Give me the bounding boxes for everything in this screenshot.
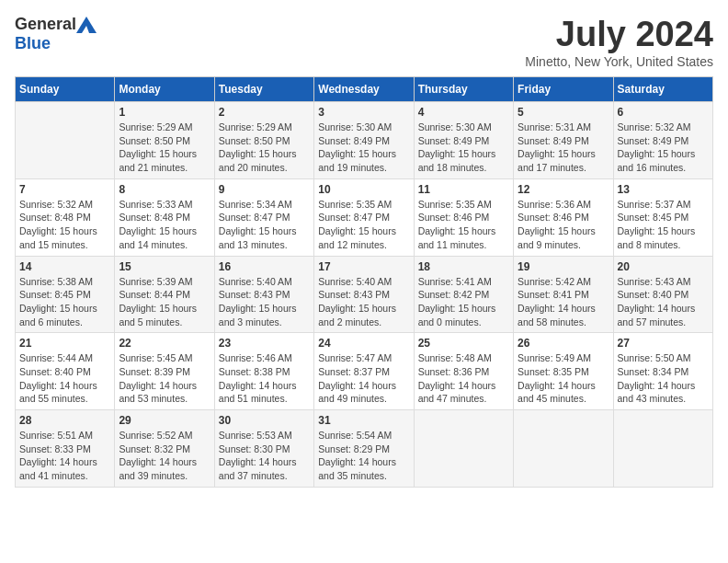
calendar-cell: 29Sunrise: 5:52 AM Sunset: 8:32 PM Dayli… — [115, 410, 214, 488]
day-info: Sunrise: 5:34 AM Sunset: 8:47 PM Dayligh… — [219, 198, 310, 252]
calendar-cell: 14Sunrise: 5:38 AM Sunset: 8:45 PM Dayli… — [16, 256, 115, 333]
calendar-cell: 10Sunrise: 5:35 AM Sunset: 8:47 PM Dayli… — [314, 178, 414, 256]
day-info: Sunrise: 5:45 AM Sunset: 8:39 PM Dayligh… — [119, 351, 210, 406]
day-number: 15 — [119, 260, 210, 273]
day-number: 22 — [119, 337, 210, 350]
calendar-cell — [16, 102, 115, 179]
main-title: July 2024 — [525, 15, 713, 54]
day-info: Sunrise: 5:39 AM Sunset: 8:44 PM Dayligh… — [119, 275, 210, 329]
calendar-cell: 12Sunrise: 5:36 AM Sunset: 8:46 PM Dayli… — [514, 178, 613, 256]
day-info: Sunrise: 5:52 AM Sunset: 8:32 PM Dayligh… — [119, 429, 210, 483]
calendar-cell: 20Sunrise: 5:43 AM Sunset: 8:40 PM Dayli… — [613, 256, 712, 333]
day-number: 11 — [418, 183, 509, 196]
day-info: Sunrise: 5:44 AM Sunset: 8:40 PM Dayligh… — [19, 351, 110, 406]
day-info: Sunrise: 5:32 AM Sunset: 8:49 PM Dayligh… — [618, 121, 709, 175]
calendar-cell: 15Sunrise: 5:39 AM Sunset: 8:44 PM Dayli… — [115, 256, 214, 333]
day-number: 21 — [19, 337, 110, 350]
day-info: Sunrise: 5:43 AM Sunset: 8:40 PM Dayligh… — [618, 275, 709, 329]
day-info: Sunrise: 5:32 AM Sunset: 8:48 PM Dayligh… — [19, 198, 110, 252]
calendar-cell: 31Sunrise: 5:54 AM Sunset: 8:29 PM Dayli… — [314, 410, 414, 488]
day-number: 7 — [19, 183, 110, 196]
calendar-week-row: 28Sunrise: 5:51 AM Sunset: 8:33 PM Dayli… — [16, 410, 713, 488]
day-number: 2 — [219, 106, 310, 119]
header-day-sunday: Sunday — [16, 77, 115, 102]
day-number: 12 — [518, 183, 609, 196]
day-number: 23 — [219, 337, 310, 350]
day-number: 6 — [618, 106, 709, 119]
day-info: Sunrise: 5:41 AM Sunset: 8:42 PM Dayligh… — [418, 275, 509, 329]
calendar-cell: 6Sunrise: 5:32 AM Sunset: 8:49 PM Daylig… — [613, 102, 712, 179]
day-info: Sunrise: 5:51 AM Sunset: 8:33 PM Dayligh… — [19, 429, 110, 483]
subtitle: Minetto, New York, United States — [525, 54, 713, 69]
day-info: Sunrise: 5:35 AM Sunset: 8:46 PM Dayligh… — [418, 198, 509, 252]
header-day-monday: Monday — [115, 77, 214, 102]
header-day-tuesday: Tuesday — [214, 77, 313, 102]
calendar-cell: 1Sunrise: 5:29 AM Sunset: 8:50 PM Daylig… — [115, 102, 214, 179]
calendar-week-row: 7Sunrise: 5:32 AM Sunset: 8:48 PM Daylig… — [16, 178, 713, 256]
day-info: Sunrise: 5:31 AM Sunset: 8:49 PM Dayligh… — [518, 121, 609, 175]
header-day-thursday: Thursday — [414, 77, 513, 102]
calendar-cell: 9Sunrise: 5:34 AM Sunset: 8:47 PM Daylig… — [214, 178, 313, 256]
day-number: 31 — [318, 414, 409, 427]
day-info: Sunrise: 5:29 AM Sunset: 8:50 PM Dayligh… — [219, 121, 310, 175]
day-info: Sunrise: 5:54 AM Sunset: 8:29 PM Dayligh… — [318, 429, 409, 483]
header-day-wednesday: Wednesday — [314, 77, 414, 102]
calendar-cell: 17Sunrise: 5:40 AM Sunset: 8:43 PM Dayli… — [314, 256, 414, 333]
day-number: 3 — [318, 106, 409, 119]
calendar-week-row: 1Sunrise: 5:29 AM Sunset: 8:50 PM Daylig… — [16, 102, 713, 179]
calendar-week-row: 14Sunrise: 5:38 AM Sunset: 8:45 PM Dayli… — [16, 256, 713, 333]
calendar-cell — [514, 410, 613, 488]
day-info: Sunrise: 5:38 AM Sunset: 8:45 PM Dayligh… — [19, 275, 110, 329]
day-number: 20 — [618, 260, 709, 273]
header-row: SundayMondayTuesdayWednesdayThursdayFrid… — [16, 77, 713, 102]
day-info: Sunrise: 5:40 AM Sunset: 8:43 PM Dayligh… — [219, 275, 310, 329]
calendar-cell — [414, 410, 513, 488]
logo-icon — [76, 17, 97, 33]
calendar-cell: 11Sunrise: 5:35 AM Sunset: 8:46 PM Dayli… — [414, 178, 513, 256]
day-info: Sunrise: 5:42 AM Sunset: 8:41 PM Dayligh… — [518, 275, 609, 329]
calendar-cell: 26Sunrise: 5:49 AM Sunset: 8:35 PM Dayli… — [514, 333, 613, 410]
day-number: 17 — [318, 260, 409, 273]
day-info: Sunrise: 5:37 AM Sunset: 8:45 PM Dayligh… — [618, 198, 709, 252]
calendar-header: SundayMondayTuesdayWednesdayThursdayFrid… — [16, 77, 713, 102]
calendar-cell: 28Sunrise: 5:51 AM Sunset: 8:33 PM Dayli… — [16, 410, 115, 488]
logo-blue: Blue — [15, 34, 51, 53]
day-number: 13 — [618, 183, 709, 196]
day-info: Sunrise: 5:46 AM Sunset: 8:38 PM Dayligh… — [219, 351, 310, 406]
day-number: 5 — [518, 106, 609, 119]
title-area: July 2024 Minetto, New York, United Stat… — [525, 15, 713, 69]
day-number: 28 — [19, 414, 110, 427]
logo-general: General — [15, 15, 76, 34]
calendar-cell: 7Sunrise: 5:32 AM Sunset: 8:48 PM Daylig… — [16, 178, 115, 256]
day-info: Sunrise: 5:29 AM Sunset: 8:50 PM Dayligh… — [119, 121, 210, 175]
day-number: 14 — [19, 260, 110, 273]
day-info: Sunrise: 5:30 AM Sunset: 8:49 PM Dayligh… — [418, 121, 509, 175]
day-number: 1 — [119, 106, 210, 119]
calendar-cell: 13Sunrise: 5:37 AM Sunset: 8:45 PM Dayli… — [613, 178, 712, 256]
day-number: 30 — [219, 414, 310, 427]
day-number: 24 — [318, 337, 409, 350]
day-info: Sunrise: 5:47 AM Sunset: 8:37 PM Dayligh… — [318, 351, 409, 406]
calendar-cell: 22Sunrise: 5:45 AM Sunset: 8:39 PM Dayli… — [115, 333, 214, 410]
day-number: 8 — [119, 183, 210, 196]
day-number: 27 — [618, 337, 709, 350]
day-info: Sunrise: 5:33 AM Sunset: 8:48 PM Dayligh… — [119, 198, 210, 252]
calendar-cell: 5Sunrise: 5:31 AM Sunset: 8:49 PM Daylig… — [514, 102, 613, 179]
calendar-week-row: 21Sunrise: 5:44 AM Sunset: 8:40 PM Dayli… — [16, 333, 713, 410]
header-day-friday: Friday — [514, 77, 613, 102]
day-number: 18 — [418, 260, 509, 273]
day-number: 29 — [119, 414, 210, 427]
day-info: Sunrise: 5:53 AM Sunset: 8:30 PM Dayligh… — [219, 429, 310, 483]
day-info: Sunrise: 5:35 AM Sunset: 8:47 PM Dayligh… — [318, 198, 409, 252]
calendar-cell: 30Sunrise: 5:53 AM Sunset: 8:30 PM Dayli… — [214, 410, 313, 488]
calendar-cell: 4Sunrise: 5:30 AM Sunset: 8:49 PM Daylig… — [414, 102, 513, 179]
header-day-saturday: Saturday — [613, 77, 712, 102]
day-info: Sunrise: 5:40 AM Sunset: 8:43 PM Dayligh… — [318, 275, 409, 329]
day-info: Sunrise: 5:49 AM Sunset: 8:35 PM Dayligh… — [518, 351, 609, 406]
calendar-cell: 3Sunrise: 5:30 AM Sunset: 8:49 PM Daylig… — [314, 102, 414, 179]
calendar-cell: 19Sunrise: 5:42 AM Sunset: 8:41 PM Dayli… — [514, 256, 613, 333]
day-number: 9 — [219, 183, 310, 196]
calendar-cell: 2Sunrise: 5:29 AM Sunset: 8:50 PM Daylig… — [214, 102, 313, 179]
day-number: 4 — [418, 106, 509, 119]
header: General Blue July 2024 Minetto, New York… — [15, 15, 713, 69]
